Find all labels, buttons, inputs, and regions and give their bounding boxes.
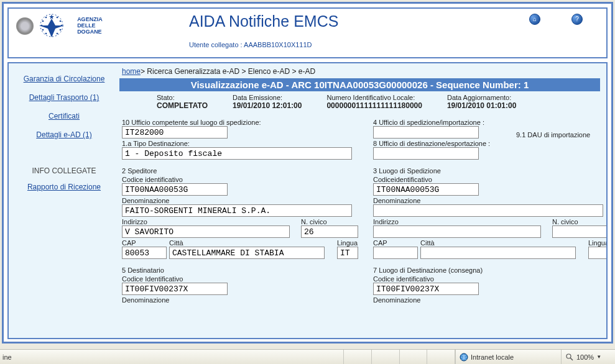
svg-point-5	[45, 17, 47, 19]
speditore-denominazione-field: FAITO-SORGENTI MINERALI S.P.A.	[122, 204, 352, 217]
data-emissione-value: 19/01/2010 12:01:00	[233, 101, 302, 110]
svg-point-6	[42, 20, 44, 22]
ufficio-spedizione-label: 10 Ufficio competente sul luogo di spedi…	[122, 119, 358, 126]
status-zone-label: Intranet locale	[471, 353, 514, 361]
speditore-indirizzo-field: V SAVORITO	[122, 225, 290, 238]
agency-name: AGENZIA DELLE DOGANE	[77, 17, 103, 35]
speditore-header: 2 Speditore	[122, 167, 358, 175]
zoom-dropdown-icon: ▼	[596, 354, 601, 360]
app-title: AIDA Notifiche EMCS	[189, 12, 338, 30]
help-button[interactable]: ?	[571, 14, 583, 25]
speditore-codice-label: Codice identificativo	[122, 176, 358, 183]
home-icon: ⌂	[533, 16, 537, 22]
luogo-spedizione-cap-field	[373, 247, 418, 259]
svg-marker-1	[49, 14, 54, 19]
ufficio-spedizione-field: IT282000	[122, 126, 228, 139]
ufficio-esportazione-label: 8 Ufficio di destinazione/esportazione :	[373, 140, 608, 147]
right-column: 4 Ufficio di spedizione/importazione : 9…	[373, 117, 608, 304]
tipo-destinazione-field: 1 - Deposito fiscale	[122, 147, 352, 160]
breadcrumb-home-link[interactable]: home	[122, 67, 141, 76]
summary-row: Stato: COMPLETATO Data Emissione: 19/01/…	[119, 91, 600, 114]
data-aggiornamento-value: 19/01/2010 01:01:00	[447, 101, 516, 110]
svg-point-3	[60, 20, 62, 22]
svg-line-16	[570, 358, 573, 360]
sidebar-dettagli-trasporto-link[interactable]: Dettagli Trasporto (1)	[9, 93, 119, 102]
status-security-zone[interactable]: Intranet locale	[456, 350, 562, 364]
status-bar: ine Intranet locale 100% ▼	[0, 349, 615, 364]
luogo-spedizione-codice-label: Codiceidentificativo	[373, 176, 608, 183]
luogo-spedizione-citta-label: Città	[420, 239, 586, 247]
speditore-cap-label: CAP	[122, 239, 167, 247]
luogo-spedizione-ncivico-label: N. civico	[552, 218, 608, 225]
luogo-destinazione-codice-field: IT00FIV00237X	[373, 283, 479, 295]
svg-point-12	[60, 29, 62, 31]
breadcrumb: home> Ricerca Generalizzata e-AD > Elenc…	[119, 66, 600, 78]
dau-importazione-label: 9.1 DAU di importazione	[516, 131, 608, 139]
state-emblem-icon	[16, 17, 34, 35]
connected-user-label: Utente collegato : AAABBB10X10X111D	[189, 41, 312, 48]
numero-id-locale-value: 00000001111111111180000	[326, 101, 422, 110]
svg-point-8	[42, 29, 44, 31]
svg-point-15	[566, 354, 571, 358]
luogo-spedizione-denominazione-field	[373, 204, 603, 217]
eu-stars-icon	[38, 12, 74, 40]
destinatario-codice-field: IT00FIV00237X	[122, 283, 228, 295]
luogo-spedizione-lingua-label: Lingua	[588, 239, 608, 247]
data-emissione-label: Data Emissione:	[233, 94, 302, 101]
luogo-spedizione-cap-label: CAP	[373, 239, 418, 247]
speditore-codice-field: IT00NAA00053G	[122, 183, 228, 196]
status-zoom[interactable]: 100% ▼	[562, 350, 615, 364]
luogo-spedizione-ncivico-field	[552, 225, 608, 238]
luogo-spedizione-lingua-field	[588, 247, 608, 259]
luogo-spedizione-indirizzo-label: Indirizzo	[373, 218, 550, 225]
speditore-indirizzo-label: Indirizzo	[122, 218, 298, 225]
luogo-spedizione-citta-field	[420, 247, 576, 259]
sidebar-rapporto-ricezione-link[interactable]: Rapporto di Ricezione	[9, 183, 119, 191]
stato-label: Stato:	[157, 94, 208, 101]
main-content: home> Ricerca Generalizzata e-AD > Elenc…	[119, 63, 606, 338]
app-header: AGENZIA DELLE DOGANE AIDA Notifiche EMCS…	[7, 7, 608, 58]
speditore-denominazione-label: Denominazione	[122, 197, 358, 204]
svg-point-9	[45, 33, 47, 35]
speditore-lingua-label: Lingua	[337, 239, 358, 247]
sidebar-certificati-link[interactable]: Certificati	[9, 112, 119, 121]
data-aggiornamento-label: Data Aggiornamento:	[447, 94, 516, 101]
speditore-citta-field: CASTELLAMMARE DI STABIA	[169, 247, 325, 259]
intranet-icon	[460, 353, 468, 362]
zoom-value: 100%	[576, 353, 594, 361]
speditore-ncivico-label: N. civico	[301, 218, 358, 225]
stato-value: COMPLETATO	[157, 101, 208, 110]
destinatario-denominazione-label: Denominazione	[122, 296, 358, 304]
tipo-destinazione-label: 1.a Tipo Destinazione:	[122, 140, 358, 147]
destinatario-header: 5 Destinatario	[122, 266, 358, 274]
speditore-ncivico-field: 26	[301, 225, 358, 238]
speditore-cap-field: 80053	[122, 247, 167, 259]
speditore-citta-label: Città	[169, 239, 335, 247]
luogo-spedizione-codice-field: IT00NAA00053G	[373, 183, 479, 196]
sidebar: Garanzia di Circolazione Dettagli Traspo…	[9, 63, 119, 338]
luogo-spedizione-denominazione-label: Denominazione	[373, 197, 608, 204]
zoom-icon	[565, 353, 574, 362]
home-button[interactable]: ⌂	[529, 14, 540, 25]
numero-id-locale-label: Numero Identificativo Locale:	[326, 94, 422, 101]
luogo-destinazione-codice-label: Codice identificativo	[373, 275, 608, 283]
help-icon: ?	[575, 16, 579, 22]
status-left: ine	[0, 350, 344, 364]
luogo-spedizione-header: 3 Luogo di Spedizione	[373, 167, 608, 175]
luogo-destinazione-header: 7 Luogo di Destinazione (consegna)	[373, 266, 608, 274]
speditore-lingua-field: IT	[337, 247, 358, 259]
destinatario-codice-label: Codice Identificativo	[122, 275, 358, 283]
page-title-bar: Visualizzazione e-AD - ARC 10ITNAA00053G…	[119, 78, 600, 91]
ufficio-importazione-field	[373, 126, 479, 139]
sidebar-garanzia-link[interactable]: Garanzia di Circolazione	[9, 75, 119, 83]
sidebar-section-title: INFO COLLEGATE	[9, 166, 119, 175]
status-empty-panes	[344, 350, 456, 364]
left-column: 10 Ufficio competente sul luogo di spedi…	[122, 117, 358, 304]
sidebar-dettagli-ead-link[interactable]: Dettagli e-AD (1)	[9, 130, 119, 139]
luogo-destinazione-denominazione-label: Denominazione	[373, 296, 608, 304]
svg-point-2	[57, 17, 58, 19]
luogo-spedizione-indirizzo-field	[373, 225, 541, 238]
svg-point-11	[57, 33, 58, 35]
ufficio-esportazione-field	[373, 147, 479, 160]
ufficio-importazione-label: 4 Ufficio di spedizione/importazione :	[373, 119, 514, 126]
